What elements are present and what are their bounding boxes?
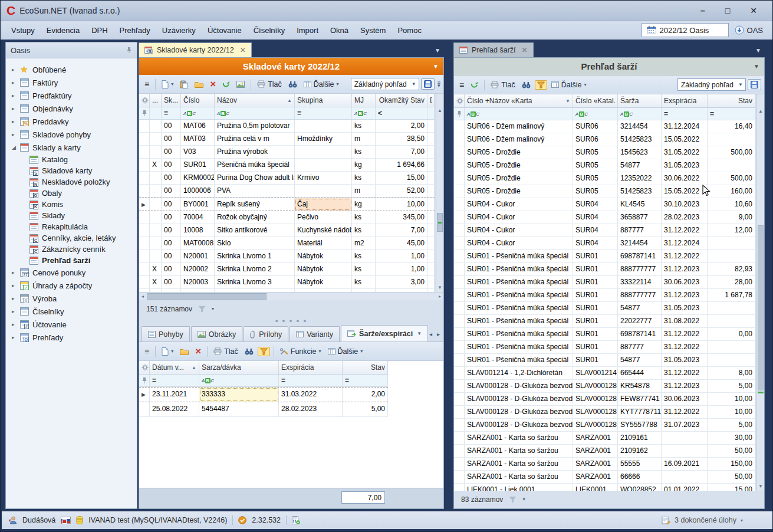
expand-icon[interactable]: ▸ xyxy=(12,80,20,86)
toolbar-menu-button[interactable]: ≡ xyxy=(457,80,466,90)
menu-evidencia[interactable]: Evidencia xyxy=(41,24,85,37)
print-button[interactable]: Tlač xyxy=(488,80,518,90)
image-button[interactable] xyxy=(234,80,247,89)
filter-cell[interactable] xyxy=(150,107,162,119)
table-row[interactable]: SUR01 - Pšeničná múka špeciálSUR01698787… xyxy=(454,328,755,341)
scroll-left-icon[interactable]: ◂ xyxy=(142,293,144,300)
table-row[interactable]: SUR01 - Pšeničná múka špeciálSUR01220227… xyxy=(454,315,755,328)
grid-customize-gear[interactable] xyxy=(139,94,150,107)
tab-scroll-left-icon[interactable]: ◂ xyxy=(429,331,432,337)
chevron-down-icon[interactable]: ▼ xyxy=(754,63,759,70)
copy-button[interactable] xyxy=(177,79,190,90)
tasks-indicator[interactable]: 3 dokončené úlohy ▾ xyxy=(662,516,743,524)
filter-cell[interactable] xyxy=(427,107,435,119)
calculator-icon[interactable] xyxy=(292,516,300,524)
sidebar-item--seln-ky[interactable]: ▸Číselníky xyxy=(6,305,137,318)
column-header--ar-a[interactable]: Šarža xyxy=(618,94,662,107)
search-button[interactable] xyxy=(519,80,533,90)
more-button[interactable]: Ďalšie▾ xyxy=(301,79,341,90)
table-row[interactable]: X00N20003Skrinka Livorno 3Nábytokks3,00 xyxy=(139,276,435,289)
table-row[interactable]: 00MAT06Pružina 0,5m polotovarks2,00 xyxy=(139,120,435,133)
table-row[interactable]: SUR01 - Pšeničná múka špeciálSUR01548773… xyxy=(454,302,755,315)
maximize-button[interactable]: □ xyxy=(725,6,730,15)
tab-pr-lohy[interactable]: Prílohy xyxy=(244,326,288,341)
sidebar-item-cenov-ponuky[interactable]: ▸77Cenové ponuky xyxy=(6,266,137,279)
table-row[interactable]: 00MAT0008SkloMateriálm245,00 xyxy=(139,237,435,250)
table-row[interactable]: 00MAT03Pružina celá v mHmoždínkym38,50 xyxy=(139,133,435,146)
sidebar-item-katal-g[interactable]: Katalóg xyxy=(6,154,137,165)
chevron-down-icon[interactable]: ▼ xyxy=(433,63,439,70)
filter-cell[interactable]: < xyxy=(376,107,427,119)
scroll-up-icon[interactable]: ▲ xyxy=(757,109,764,114)
oas-button[interactable]: OAS xyxy=(735,25,763,35)
print-button[interactable]: Tlač xyxy=(211,346,241,357)
filter-cell[interactable]: ABC xyxy=(215,107,295,119)
refresh-button[interactable] xyxy=(220,79,232,89)
table-row[interactable]: 0010008Sitko antikorovéKuchynské nádobyk… xyxy=(139,224,435,237)
table-row[interactable]: SLAV000128 - D-Glukóza bezvodáSLAV000128… xyxy=(454,393,755,406)
table-row[interactable]: SLAV001214 - 1,2-DichlóretánSLAV00121466… xyxy=(454,367,755,380)
table-row[interactable]: 0070004Rožok obyčajnýPečivoks345,00 xyxy=(139,211,435,224)
tab-skladove-karty[interactable]: S Skladové karty 2022/12 ✕ xyxy=(139,42,252,57)
table-row[interactable]: SUR05 - DroždieSUR055487731.05.2023 xyxy=(454,159,755,172)
table-row[interactable]: LIEK0001 - Liek 0001LIEK0001WO02885201.0… xyxy=(454,484,755,491)
filter-button[interactable] xyxy=(535,80,547,90)
toolbar-menu-button[interactable]: ≡ xyxy=(142,79,152,90)
column-header-mj[interactable]: MJ xyxy=(352,94,376,107)
tab-varianty[interactable]: Varianty xyxy=(290,326,340,341)
expand-icon[interactable]: ▸ xyxy=(12,308,20,314)
expand-icon[interactable]: ▸ xyxy=(12,295,20,301)
sidebar-item-ob-ben-[interactable]: ▸★Obľúbené xyxy=(6,63,137,76)
sidebar-item-skladov-pohyby[interactable]: ▸Skladové pohyby xyxy=(6,128,137,141)
table-row[interactable]: SUR01 - Pšeničná múka špeciálSUR01888777… xyxy=(454,263,755,276)
filter-button[interactable] xyxy=(258,347,270,356)
gear-icon[interactable] xyxy=(456,97,463,104)
table-row[interactable]: 00KRM0002Purina Dog Chow adult la...Krmi… xyxy=(139,172,435,185)
table-row[interactable]: SUR01 - Pšeničná múka špeciálSUR01887777… xyxy=(454,341,755,354)
filter-cell[interactable]: ABC xyxy=(573,108,618,120)
tab-scroll-right-icon[interactable]: ▸ xyxy=(437,331,440,337)
chevron-down-icon[interactable]: ▾ xyxy=(522,497,525,502)
scroll-down-icon[interactable]: ▼ xyxy=(436,285,443,290)
sidebar-item-sklady-a-karty[interactable]: ◢Sklady a karty xyxy=(6,141,137,154)
tab-pohyby[interactable]: Pohyby xyxy=(142,326,190,341)
close-tab-icon[interactable]: ✕ xyxy=(240,46,246,54)
menu--seln-ky[interactable]: Číselníky xyxy=(248,24,291,37)
menu-dph[interactable]: DPH xyxy=(85,24,113,37)
expand-icon[interactable]: ▸ xyxy=(12,321,20,327)
tab--ar-e-exspir-ci[interactable]: Šarže/exspiráci▼ xyxy=(341,325,428,341)
new-button[interactable]: ▾ xyxy=(159,79,176,90)
panel-splitter[interactable]: ● ● ● ● ● xyxy=(139,317,443,324)
filter-row-pin[interactable] xyxy=(454,108,465,120)
more-button[interactable]: Ďalšie▾ xyxy=(549,80,589,90)
new-button[interactable]: ▾ xyxy=(159,346,176,357)
grid-customize-gear[interactable] xyxy=(454,94,465,107)
expand-icon[interactable]: ▸ xyxy=(12,93,20,98)
table-row[interactable]: SUR06 - Džem malinovýSUR065142582315.05.… xyxy=(454,133,755,146)
column-header-stav[interactable]: Stav xyxy=(708,94,755,107)
column-header-exspir-cia[interactable]: Exspirácia xyxy=(279,361,343,374)
more-button[interactable]: Ďalšie▾ xyxy=(325,346,366,357)
filter-funnel-icon[interactable] xyxy=(198,306,206,313)
sidebar-item-z-kazn-cky-cenn-k[interactable]: CZákaznícky cenník xyxy=(6,244,137,255)
table-row[interactable]: 00V03Pružina výrobokks7,00 xyxy=(139,146,435,159)
expand-icon[interactable]: ▸ xyxy=(12,283,20,288)
table-row[interactable]: SARZA001 - Karta so šaržouSARZA001666665… xyxy=(454,471,755,484)
filter-cell[interactable]: ABC xyxy=(181,107,215,119)
chevron-down-icon[interactable]: ▼ xyxy=(755,47,761,54)
scroll-up-icon[interactable]: ▲ xyxy=(436,108,443,113)
table-row[interactable]: 001000006PVAm52,00 xyxy=(139,185,435,198)
filter-funnel-icon[interactable] xyxy=(509,496,517,503)
filter-cell[interactable]: ABC xyxy=(352,107,376,119)
menu-vstupy[interactable]: Vstupy xyxy=(5,24,41,37)
filter-cell[interactable]: ABC xyxy=(465,108,573,120)
minimize-button[interactable]: – xyxy=(700,6,705,15)
table-row[interactable]: SUR01 - Pšeničná múka špeciálSUR01698787… xyxy=(454,250,755,263)
pin-icon[interactable] xyxy=(126,47,132,54)
table-row[interactable]: SUR05 - DroždieSUR05154562331.05.2022500… xyxy=(454,146,755,159)
gear-icon[interactable] xyxy=(142,97,149,104)
chevron-down-icon[interactable]: ▾ xyxy=(212,306,214,311)
menu-import[interactable]: Import xyxy=(291,24,324,37)
expand-icon[interactable]: ▸ xyxy=(12,119,20,124)
column-header--slo[interactable]: Číslo xyxy=(181,94,215,107)
